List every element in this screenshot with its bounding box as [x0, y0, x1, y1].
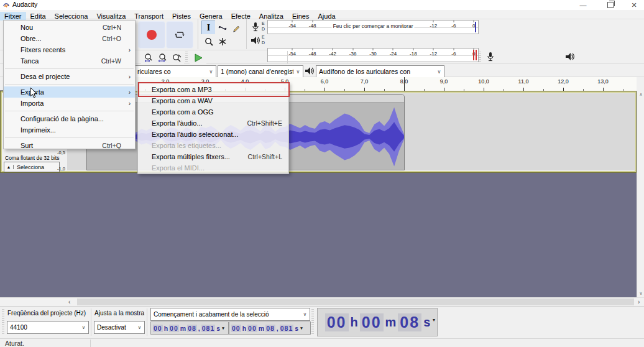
- export-submenu-item-label: Exporta les etiquetes...: [152, 142, 283, 149]
- scroll-right-icon[interactable]: ›: [638, 298, 640, 306]
- mouse-cursor: [30, 87, 39, 99]
- recording-meter[interactable]: -54-48-12-60Feu clic per començar a moni…: [267, 20, 479, 34]
- time-field-dropdown-icon[interactable]: ▾: [222, 326, 224, 331]
- record-icon: [147, 30, 157, 40]
- recording-channels-value: 1 (mono) canal d'enregistra: [218, 68, 293, 75]
- fit-project-icon: [158, 53, 168, 63]
- export-submenu-item-exporta-l-udio-seleccionat[interactable]: Exporta l'àudio seleccionat...: [138, 129, 288, 140]
- zoom-toggle-button[interactable]: [170, 51, 184, 64]
- file-menu-item-shortcut: Ctrl+Q: [102, 142, 121, 149]
- time-unit: h: [163, 325, 168, 332]
- playback-device-combo[interactable]: Audífono de los auriculares con ∨: [316, 65, 444, 78]
- horizontal-scrollbar-thumb[interactable]: [77, 298, 634, 305]
- scroll-left-icon[interactable]: ‹: [68, 298, 70, 306]
- file-menu-item-imprimeix[interactable]: Imprimeix...: [4, 124, 135, 136]
- export-submenu-item-exporta-les-etiquetes[interactable]: Exporta les etiquetes...: [138, 140, 288, 151]
- record-button[interactable]: [138, 21, 165, 49]
- meter-tick-label: -54: [288, 51, 296, 57]
- vertical-scrollbar[interactable]: ∧ ∨: [637, 91, 644, 297]
- meter-tick-label: -6: [451, 23, 456, 29]
- file-menu-item-obre[interactable]: Obre...Ctrl+O: [4, 33, 135, 44]
- export-submenu-item-exporta-com-a-wav[interactable]: Exporta com a WAV: [138, 95, 288, 106]
- file-menu-item-tanca[interactable]: TancaCtrl+W: [4, 55, 135, 67]
- time-digits: 081: [280, 325, 294, 332]
- snap-to-combo[interactable]: Desactivat ∨: [94, 321, 145, 334]
- scroll-down-icon[interactable]: ∨: [637, 291, 644, 296]
- audacity-window: Audacity — ✕ FitxerEditaSeleccionaVisual…: [0, 0, 644, 347]
- meter-clip-indicator: [475, 22, 476, 32]
- play-at-speed-button[interactable]: [190, 51, 206, 64]
- recording-volume-mic-icon: [486, 52, 495, 63]
- playback-device-value: Audífono de los auriculares con: [316, 68, 435, 75]
- track-select-button[interactable]: ▲ Selecciona: [4, 162, 60, 172]
- zoom-tool-button[interactable]: [201, 34, 216, 49]
- record-meter-channel-labels: ED: [262, 21, 265, 32]
- record-meter-mic-icon: [251, 22, 260, 33]
- audacity-logo-icon: [2, 1, 10, 9]
- fit-project-button[interactable]: [155, 51, 170, 64]
- timer-dropdown-icon[interactable]: ▾: [433, 317, 435, 323]
- meter-tick: [413, 49, 413, 50]
- selection-tool-button[interactable]: I: [201, 21, 216, 35]
- time-field-dropdown-icon[interactable]: ▾: [300, 326, 303, 331]
- playback-meter[interactable]: -54-48-42-36-30-24-18-12-60: [267, 48, 479, 62]
- restore-button[interactable]: [598, 0, 623, 10]
- file-menu-item-label: Fitxers recents: [21, 46, 130, 53]
- meter-tick: [292, 49, 293, 50]
- loop-button[interactable]: [166, 21, 193, 49]
- chevron-down-icon: ∨: [293, 69, 303, 75]
- file-menu-item-label: Imprimeix...: [21, 126, 130, 134]
- time-unit: m: [258, 325, 265, 332]
- close-button[interactable]: ✕: [624, 0, 644, 10]
- fit-selection-icon: [144, 53, 154, 63]
- recording-channels-combo[interactable]: 1 (mono) canal d'enregistra ∨: [218, 65, 303, 78]
- export-submenu-item-exporta-el-midi[interactable]: Exporta el MIDI...: [138, 162, 288, 174]
- export-submenu-item-exporta-com-a-mp3[interactable]: Exporta com a MP3: [138, 84, 288, 95]
- meter-tick: [373, 49, 374, 50]
- meter-tick-label: -6: [451, 51, 456, 57]
- minimize-button[interactable]: —: [571, 0, 596, 10]
- export-submenu-item-shortcut: Ctrl+Shift+E: [247, 119, 282, 127]
- multi-tool-button[interactable]: [215, 34, 229, 49]
- export-submenu-item-exporta-m-ltiples-fitxers[interactable]: Exporta múltiples fitxers...Ctrl+Shift+L: [138, 151, 288, 162]
- export-submenu-item-label: Exporta l'àudio seleccionat...: [152, 131, 283, 138]
- time-unit: m: [385, 315, 397, 330]
- meter-tick-label: -48: [309, 23, 316, 29]
- meter-tick-label: -54: [288, 23, 296, 29]
- project-rate-combo[interactable]: 44100 ∨: [7, 321, 89, 334]
- file-menu-item-surt[interactable]: SurtCtrl+Q: [4, 140, 135, 151]
- meter-tick-label: -30: [369, 51, 377, 57]
- submenu-arrow-icon: ›: [129, 100, 131, 107]
- ruler-label: 12,0: [558, 78, 569, 85]
- time-digits: 08: [398, 313, 421, 331]
- fit-selection-button[interactable]: [141, 51, 155, 64]
- chevron-down-icon: ∨: [206, 69, 216, 75]
- chevron-down-icon: ∨: [79, 325, 88, 330]
- playhead-cursor: [404, 77, 405, 91]
- file-menu-item-label: Importa: [21, 99, 130, 107]
- draw-tool-button[interactable]: [229, 21, 243, 35]
- draw-tool-icon: [231, 23, 241, 33]
- selection-range-mode-combo[interactable]: Començament i acabament de la selecció ∨: [150, 308, 310, 321]
- collapse-track-icon[interactable]: ▲: [4, 165, 14, 169]
- file-menu-item-exporta[interactable]: Exporta›: [4, 86, 135, 98]
- play-at-speed-icon: [193, 53, 203, 63]
- selection-end-time-field[interactable]: 00h00m08,081s▾: [229, 322, 311, 335]
- file-menu-item-importa[interactable]: Importa›: [4, 98, 135, 109]
- snap-to-label: Ajusta a la mostra: [94, 310, 144, 317]
- horizontal-scrollbar[interactable]: ‹ ›: [0, 297, 644, 306]
- snap-to-value: Desactivat: [94, 324, 135, 331]
- file-menu-item-configuraci-de-la-p-gina[interactable]: Configuració de la pàgina...: [4, 113, 135, 124]
- audio-position-timer[interactable]: ▾ 00h00m08s: [317, 308, 438, 336]
- meter-tick-label: -12: [430, 23, 438, 29]
- file-menu-item-fitxers-recents[interactable]: Fitxers recents›: [4, 44, 135, 55]
- export-submenu-item-exporta-l-udio[interactable]: Exporta l'àudio...Ctrl+Shift+E: [138, 118, 288, 129]
- export-submenu-item-exporta-com-a-ogg[interactable]: Exporta com a OGG: [138, 106, 288, 118]
- time-unit: ,: [198, 325, 201, 332]
- meter-clip-indicator: [476, 50, 477, 60]
- file-menu-item-desa-el-projecte[interactable]: Desa el projecte›: [4, 71, 135, 82]
- scroll-up-icon[interactable]: ∧: [637, 92, 644, 97]
- file-menu-item-nou[interactable]: NouCtrl+N: [4, 22, 135, 33]
- envelope-tool-button[interactable]: [215, 21, 229, 35]
- selection-start-time-field[interactable]: 00h00m08,081s▾: [150, 322, 229, 335]
